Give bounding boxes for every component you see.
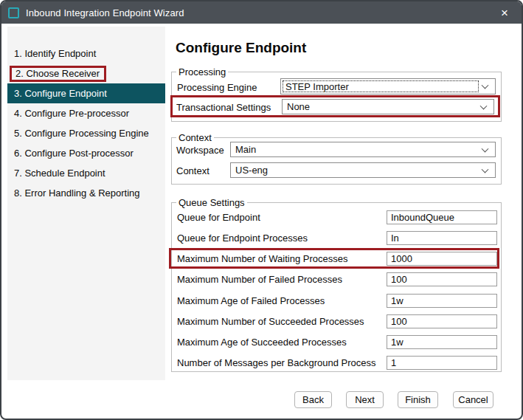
transactional-settings-select[interactable]: None [282,99,494,114]
max-age-succeeded-processes-label: Maximum Age of Succeeded Processes [177,335,347,349]
sidebar-item-configure-processing-engine[interactable]: 5. Configure Processing Engine [7,123,165,143]
max-waiting-processes-label: Maximum Number of Waiting Processes [177,252,347,266]
finish-button[interactable]: Finish [398,391,438,408]
close-icon[interactable]: × [488,1,522,24]
sidebar-item-label: 5. Configure Processing Engine [14,128,149,139]
sidebar-item-configure-pre-processor[interactable]: 4. Configure Pre-processor [7,103,165,123]
sidebar-item-error-handling-reporting[interactable]: 8. Error Handling & Reporting [7,183,165,203]
workspace-label: Workspace [176,143,224,157]
max-age-failed-processes-input[interactable] [387,294,497,308]
window-title: Inbound Integration Endpoint Wizard [26,7,184,18]
sidebar-item-identify-endpoint[interactable]: 1. Identify Endpoint [7,44,165,63]
max-waiting-processes-input[interactable] [387,252,497,266]
queue-for-endpoint-input[interactable] [387,210,497,224]
sidebar-item-configure-endpoint[interactable]: 3. Configure Endpoint [7,83,165,103]
chevron-down-icon [480,102,488,109]
title-bar: Inbound Integration Endpoint Wizard × [1,1,522,24]
max-failed-processes-input[interactable] [387,272,497,286]
workspace-select[interactable]: Main [230,142,496,157]
sidebar-item-label: 7. Schedule Endpoint [14,168,105,179]
sidebar-item-label: 2. Choose Receiver [15,68,100,79]
chevron-down-icon [482,82,489,89]
transactional-settings-value: None [287,101,310,112]
max-succeeded-processes-label: Maximum Number of Succeeded Processes [177,314,364,328]
wizard-steps-sidebar: 1. Identify Endpoint 2. Choose Receiver … [7,27,165,380]
max-succeeded-processes-input[interactable] [387,314,497,328]
transactional-settings-label: Transactional Settings [176,100,271,114]
context-value: US-eng [235,165,268,176]
sidebar-item-label: 4. Configure Pre-processor [14,108,129,119]
highlight-box-choose-receiver: 2. Choose Receiver [10,66,106,82]
messages-per-background-process-input[interactable] [387,356,497,370]
sidebar-item-configure-post-processor[interactable]: 6. Configure Post-processor [7,143,165,163]
processing-engine-select[interactable]: STEP Importer [280,78,496,94]
max-age-failed-processes-label: Maximum Age of Failed Processes [177,294,325,308]
queue-settings-group-legend: Queue Settings [176,197,247,208]
processing-group-legend: Processing [176,66,228,78]
back-button[interactable]: Back [294,391,332,408]
queue-for-endpoint-processes-label: Queue for Endpoint Processes [177,231,308,245]
next-button[interactable]: Next [346,391,384,408]
queue-for-endpoint-label: Queue for Endpoint [177,210,260,224]
processing-engine-label: Processing Engine [177,80,257,94]
context-select[interactable]: US-eng [230,162,496,178]
sidebar-item-label: 8. Error Handling & Reporting [14,187,140,199]
queue-for-endpoint-processes-input[interactable] [387,231,497,245]
context-label: Context [176,164,209,178]
chevron-down-icon [482,165,489,173]
page-title: Configure Endpoint [176,40,306,56]
processing-engine-value: STEP Importer [285,81,349,92]
workspace-value: Main [235,144,256,155]
max-failed-processes-label: Maximum Number of Failed Processes [177,272,342,286]
sidebar-item-label: 3. Configure Endpoint [14,88,107,99]
sidebar-item-label: 1. Identify Endpoint [14,48,96,59]
context-group-legend: Context [176,132,214,143]
max-age-succeeded-processes-input[interactable] [387,335,497,349]
chevron-down-icon [482,145,489,152]
app-icon [8,7,19,18]
sidebar-item-schedule-endpoint[interactable]: 7. Schedule Endpoint [7,163,165,183]
wizard-window: Inbound Integration Endpoint Wizard × 1.… [0,0,523,420]
cancel-button[interactable]: Cancel [453,391,493,408]
sidebar-item-label: 6. Configure Post-processor [14,148,134,159]
messages-per-background-process-label: Number of Messages per Background Proces… [177,356,376,370]
sidebar-item-choose-receiver[interactable]: 2. Choose Receiver [7,63,165,83]
